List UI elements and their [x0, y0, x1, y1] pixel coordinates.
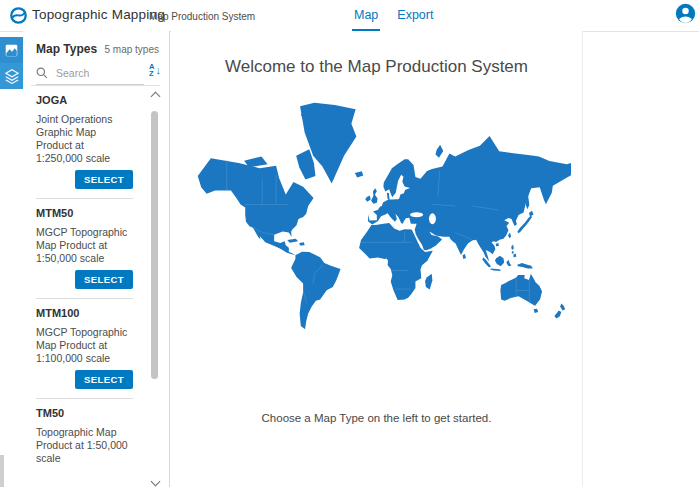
layers-icon[interactable]: [0, 63, 23, 89]
list-scrollbar: [149, 91, 161, 487]
map-type-item-joga: JOGA Joint Operations Graphic Map Produc…: [36, 86, 133, 199]
search-input[interactable]: [54, 66, 138, 80]
tab-map[interactable]: Map: [352, 0, 380, 31]
app-logo-icon: [9, 6, 28, 25]
user-account-icon[interactable]: [675, 3, 696, 24]
map-type-name: TM50: [36, 407, 133, 419]
app-subtitle: Map Production System: [149, 11, 255, 22]
content-right-divider: [582, 31, 583, 487]
search-box: [36, 62, 144, 85]
basemap-icon[interactable]: [0, 37, 23, 63]
map-type-description: MGCP Topographic Map Product at 1:50,000…: [36, 226, 133, 265]
map-type-count: 5 map types: [105, 44, 159, 55]
world-map-graphic: [185, 102, 571, 334]
sort-alphabetical-icon[interactable]: A Z ↓: [149, 63, 161, 77]
map-type-item-mtm100: MTM100 MGCP Topographic Map Product at 1…: [36, 299, 133, 399]
app-title: Topographic Mapping: [32, 7, 165, 22]
main-content: Welcome to the Map Production System: [171, 31, 582, 487]
instruction-text: Choose a Map Type on the left to get sta…: [171, 412, 582, 424]
select-button-mtm50[interactable]: SELECT: [75, 270, 133, 289]
sort-arrow-down: ↓: [156, 65, 162, 76]
app-header: Topographic Mapping Map Production Syste…: [0, 0, 699, 32]
header-tabs: Map Export: [352, 0, 435, 31]
scroll-up-icon[interactable]: [151, 92, 161, 102]
map-type-name: MTM50: [36, 207, 133, 219]
search-icon: [36, 67, 48, 79]
select-button-mtm100[interactable]: SELECT: [75, 370, 133, 389]
map-type-description: Joint Operations Graphic Map Product at …: [36, 113, 133, 165]
map-type-item-mtm50: MTM50 MGCP Topographic Map Product at 1:…: [36, 199, 133, 299]
corner-scroll-strip: [0, 455, 4, 487]
tab-export[interactable]: Export: [395, 0, 435, 31]
select-button-joga[interactable]: SELECT: [75, 170, 133, 189]
map-production-app: Topographic Mapping Map Production Syste…: [0, 0, 699, 487]
map-type-description: Topographic Map Product at 1:50,000 scal…: [36, 426, 133, 463]
map-type-description: MGCP Topographic Map Product at 1:100,00…: [36, 326, 133, 365]
scrollbar-thumb[interactable]: [151, 111, 158, 379]
action-bar: [0, 37, 23, 89]
panel-title: Map Types: [36, 42, 97, 56]
map-type-item-tm50: TM50 Topographic Map Product at 1:50,000…: [36, 399, 133, 463]
sort-letter-z: Z: [149, 70, 154, 77]
map-type-name: MTM100: [36, 307, 133, 319]
map-type-list: JOGA Joint Operations Graphic Map Produc…: [23, 86, 169, 463]
welcome-title: Welcome to the Map Production System: [171, 57, 582, 77]
map-types-panel: Map Types 5 map types A Z ↓ JOGA Joint O…: [23, 31, 170, 487]
scroll-down-icon[interactable]: [151, 477, 161, 487]
map-type-name: JOGA: [36, 94, 133, 106]
